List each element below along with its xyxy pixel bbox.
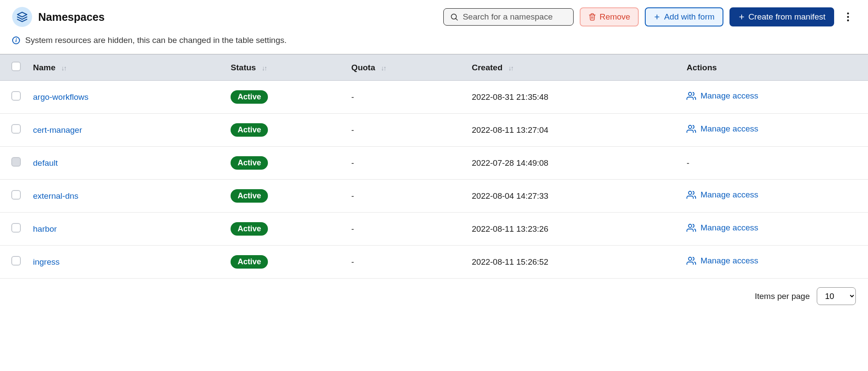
users-icon: [686, 91, 696, 101]
row-checkbox[interactable]: [11, 190, 21, 200]
svg-point-13: [689, 224, 692, 227]
items-per-page-select[interactable]: 10: [817, 287, 856, 305]
status-badge: Active: [231, 222, 268, 236]
table-row: external-dnsActive-2022-08-04 14:27:33Ma…: [0, 180, 868, 213]
info-icon: i: [12, 36, 20, 44]
namespaces-table-wrap: Name ↓↑ Status ↓↑ Quota ↓↑ Created ↓↑ Ac…: [0, 54, 868, 279]
header-actions: Remove Add with form Create from manifes…: [443, 7, 856, 26]
namespace-link[interactable]: default: [33, 158, 58, 167]
row-checkbox: [11, 157, 21, 167]
search-box[interactable]: [443, 8, 574, 26]
table-row: cert-managerActive-2022-08-11 13:27:04Ma…: [0, 114, 868, 147]
created-cell: 2022-08-11 15:26:52: [464, 246, 679, 279]
status-badge: Active: [231, 123, 268, 137]
svg-marker-0: [17, 12, 27, 17]
search-input[interactable]: [463, 12, 567, 22]
table-row: argo-workflowsActive-2022-08-31 21:35:48…: [0, 81, 868, 114]
trash-icon: [588, 13, 596, 21]
search-icon: [450, 13, 459, 21]
namespace-link[interactable]: argo-workflows: [33, 92, 89, 102]
manage-access-label: Manage access: [700, 223, 758, 233]
svg-point-9: [847, 20, 849, 22]
namespaces-table: Name ↓↑ Status ↓↑ Quota ↓↑ Created ↓↑ Ac…: [0, 54, 868, 279]
svg-point-14: [689, 257, 692, 260]
plus-icon: [653, 13, 660, 20]
row-checkbox[interactable]: [11, 256, 21, 266]
namespace-link[interactable]: harbor: [33, 224, 57, 233]
svg-point-11: [689, 125, 692, 128]
page-header: Namespaces Remove: [0, 3, 868, 30]
column-header-checkbox: [0, 55, 25, 81]
status-badge: Active: [231, 189, 268, 203]
status-badge: Active: [231, 156, 268, 170]
manage-access-link[interactable]: Manage access: [686, 256, 758, 266]
items-per-page-label: Items per page: [755, 292, 810, 301]
create-button-label: Create from manifest: [749, 12, 825, 22]
column-header-created[interactable]: Created ↓↑: [464, 55, 679, 81]
quota-cell: -: [343, 180, 464, 213]
created-cell: 2022-08-11 13:27:04: [464, 114, 679, 147]
row-checkbox[interactable]: [11, 91, 21, 101]
users-icon: [686, 190, 696, 200]
select-all-checkbox[interactable]: [11, 62, 21, 71]
svg-point-10: [689, 92, 692, 95]
table-header-row: Name ↓↑ Status ↓↑ Quota ↓↑ Created ↓↑ Ac…: [0, 55, 868, 81]
quota-cell: -: [343, 213, 464, 246]
manage-access-label: Manage access: [700, 256, 758, 266]
svg-point-8: [847, 16, 849, 18]
namespaces-icon: [12, 7, 32, 27]
remove-button-label: Remove: [600, 12, 630, 22]
column-header-actions: Actions: [679, 55, 868, 81]
namespace-link[interactable]: external-dns: [33, 191, 79, 200]
created-cell: 2022-08-04 14:27:33: [464, 180, 679, 213]
column-header-name[interactable]: Name ↓↑: [25, 55, 223, 81]
column-header-quota[interactable]: Quota ↓↑: [343, 55, 464, 81]
sort-icon: ↓↑: [61, 64, 66, 72]
table-footer: Items per page 10: [0, 279, 868, 314]
table-row: harborActive-2022-08-11 13:23:26Manage a…: [0, 213, 868, 246]
status-badge: Active: [231, 255, 268, 269]
users-icon: [686, 124, 696, 134]
users-icon: [686, 223, 696, 233]
namespace-link[interactable]: ingress: [33, 257, 59, 266]
quota-cell: -: [343, 114, 464, 147]
plus-icon: [738, 13, 745, 20]
remove-button[interactable]: Remove: [580, 7, 639, 26]
sort-icon: ↓↑: [508, 64, 513, 72]
info-banner-text: System resources are hidden, this can be…: [25, 36, 287, 45]
more-actions-menu[interactable]: [840, 9, 856, 25]
table-row: defaultActive-2022-07-28 14:49:08-: [0, 147, 868, 180]
manage-access-link[interactable]: Manage access: [686, 190, 758, 200]
column-header-status[interactable]: Status ↓↑: [223, 55, 343, 81]
svg-line-2: [455, 19, 457, 20]
sort-icon: ↓↑: [381, 64, 386, 72]
actions-none: -: [686, 158, 689, 167]
table-row: ingressActive-2022-08-11 15:26:52Manage …: [0, 246, 868, 279]
svg-point-12: [689, 191, 692, 194]
page-title: Namespaces: [38, 11, 105, 23]
namespace-link[interactable]: cert-manager: [33, 125, 82, 135]
svg-point-7: [847, 13, 849, 15]
manage-access-label: Manage access: [700, 124, 758, 134]
header-left: Namespaces: [12, 7, 105, 27]
created-cell: 2022-07-28 14:49:08: [464, 147, 679, 180]
info-banner: i System resources are hidden, this can …: [0, 30, 868, 54]
quota-cell: -: [343, 81, 464, 114]
created-cell: 2022-08-11 13:23:26: [464, 213, 679, 246]
manage-access-label: Manage access: [700, 190, 758, 200]
users-icon: [686, 256, 696, 266]
create-from-manifest-button[interactable]: Create from manifest: [729, 7, 834, 26]
row-checkbox[interactable]: [11, 124, 21, 134]
quota-cell: -: [343, 147, 464, 180]
row-checkbox[interactable]: [11, 223, 21, 233]
add-with-form-button[interactable]: Add with form: [645, 7, 723, 26]
manage-access-label: Manage access: [700, 91, 758, 101]
quota-cell: -: [343, 246, 464, 279]
manage-access-link[interactable]: Manage access: [686, 223, 758, 233]
sort-icon: ↓↑: [262, 64, 267, 72]
add-button-label: Add with form: [664, 12, 714, 22]
manage-access-link[interactable]: Manage access: [686, 91, 758, 101]
created-cell: 2022-08-31 21:35:48: [464, 81, 679, 114]
status-badge: Active: [231, 90, 268, 104]
manage-access-link[interactable]: Manage access: [686, 124, 758, 134]
